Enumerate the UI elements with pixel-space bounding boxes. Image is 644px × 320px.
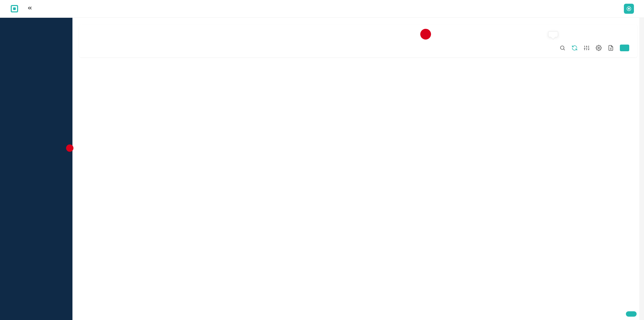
gear-icon[interactable]: [596, 45, 602, 51]
table-toolbar: [79, 42, 637, 57]
svg-point-1: [628, 8, 630, 9]
sidebar-collapse-button[interactable]: [27, 5, 33, 12]
avatar-icon: [624, 4, 634, 14]
sync-icon[interactable]: [572, 45, 578, 51]
staff-card: [79, 24, 637, 57]
svg-point-12: [598, 47, 600, 49]
export-icon[interactable]: [608, 45, 614, 51]
app-logo[interactable]: [11, 5, 20, 12]
annotation-badge-2: [420, 29, 431, 40]
filter-icon[interactable]: [584, 45, 590, 51]
topbar: [0, 0, 644, 18]
sync-tooltip: [548, 31, 558, 37]
add-staff-button[interactable]: [620, 45, 629, 51]
logo-mark-icon: [11, 5, 18, 12]
search-icon[interactable]: [559, 45, 566, 51]
user-menu[interactable]: [624, 4, 637, 14]
sidebar: [0, 18, 72, 64]
svg-point-2: [560, 46, 564, 50]
